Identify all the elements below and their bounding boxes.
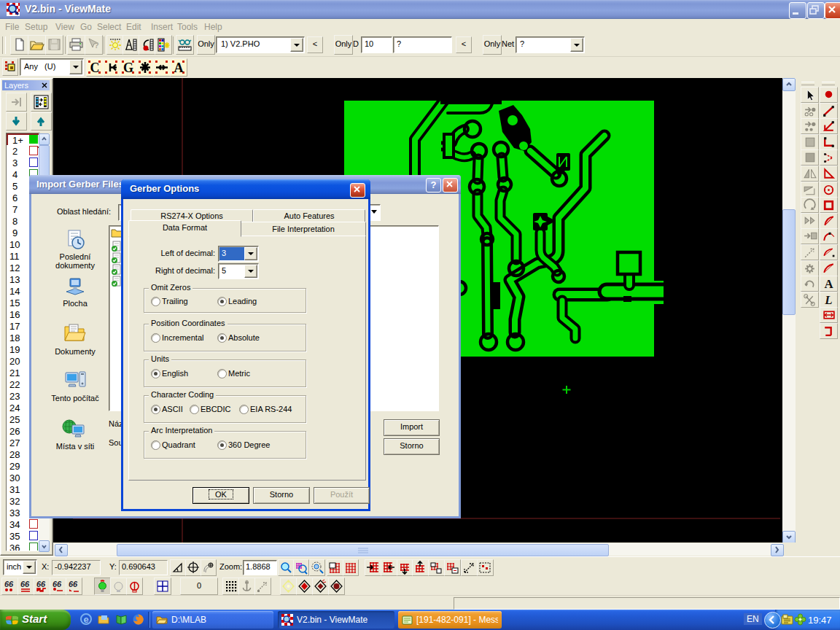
svg-text:66: 66 [20, 580, 30, 588]
svg-text:G: G [123, 61, 133, 75]
svg-text:A: A [824, 277, 833, 291]
svg-text:A: A [174, 61, 184, 75]
svg-text:66: 66 [52, 580, 62, 588]
svg-text:66: 66 [36, 580, 46, 588]
svg-text:C: C [90, 61, 100, 75]
svg-text:66: 66 [69, 580, 78, 588]
svg-text:L: L [824, 293, 832, 307]
svg-text:?: ? [94, 41, 99, 50]
svg-text:66: 66 [4, 580, 14, 588]
svg-text:e: e [83, 614, 88, 625]
